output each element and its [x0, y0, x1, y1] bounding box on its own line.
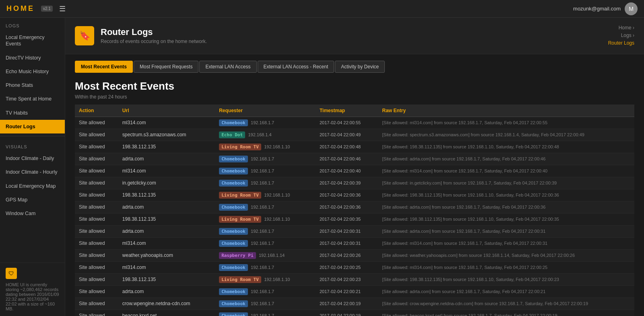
cell-raw: [Site allowed: weather.yahooapis.com] fr…: [378, 249, 634, 261]
cell-url: ml314.com: [118, 261, 215, 273]
cell-requester: Living Room TV 192.168.1.10: [215, 189, 316, 201]
tab-most-recent[interactable]: Most Recent Events: [75, 61, 133, 73]
cell-action: Site allowed: [75, 141, 118, 153]
cell-action: Site allowed: [75, 261, 118, 273]
app-version: v2.1: [41, 6, 53, 12]
device-badge: Echo Dot: [219, 131, 245, 138]
cell-url: ml314.com: [118, 237, 215, 249]
avatar: M: [625, 2, 638, 15]
table-row: Site allowed adrta.com Chomebook 192.168…: [75, 201, 634, 213]
cell-timestamp: 2017-02-04 22:00:23: [316, 273, 378, 285]
cell-timestamp: 2017-02-04 22:00:46: [316, 153, 378, 165]
device-badge: Living Room TV: [219, 192, 261, 199]
table-row: Site allowed 198.38.112.135 Living Room …: [75, 189, 634, 201]
cell-timestamp: 2017-02-04 22:00:21: [316, 285, 378, 298]
sidebar-item-local-emergency-map[interactable]: Local Emergency Map: [0, 179, 65, 193]
sidebar-item-indoor-climate-daily[interactable]: Indoor Climate - Daily: [0, 152, 65, 165]
topbar: HOME v2.1 ☰ mozunk@gmail.com M: [0, 0, 644, 18]
table-header-row: Action Url Requester Timestmap Raw Entry: [75, 105, 634, 117]
page-title: Router Logs: [101, 27, 207, 37]
sidebar-item-time-spent-at-home[interactable]: Time Spent at Home: [0, 92, 65, 106]
cell-raw: [Site allowed: 198.38.112.135] from sour…: [378, 189, 634, 201]
table-row: Site allowed adrta.com Chomebook 192.168…: [75, 225, 634, 237]
sidebar-item-window-cam[interactable]: Window Cam: [0, 207, 65, 220]
cell-action: Site allowed: [75, 249, 118, 261]
table-row: Site allowed 198.38.112.135 Living Room …: [75, 213, 634, 225]
cell-action: Site allowed: [75, 298, 118, 310]
sidebar-item-phone-stats[interactable]: Phone Stats: [0, 78, 65, 92]
cell-raw: [Site allowed: ml314.com] from source 19…: [378, 261, 634, 273]
table-row: Site allowed ml314.com Chomebook 192.168…: [75, 117, 634, 129]
table-row: Site allowed adrta.com Chomebook 192.168…: [75, 153, 634, 165]
cell-action: Site allowed: [75, 117, 118, 129]
cell-timestamp: 2017-02-04 22:00:31: [316, 225, 378, 237]
tab-external-lan[interactable]: External LAN Access: [199, 61, 256, 73]
ip-address: 192.168.1.7: [251, 168, 274, 173]
device-badge: Chomebook: [219, 204, 248, 211]
cell-url: weather.yahooapis.com: [118, 249, 215, 261]
cell-url: crow.wpengine.netdna-cdn.com: [118, 298, 215, 310]
cell-timestamp: 2017-02-04 22:00:40: [316, 165, 378, 177]
ip-address: 192.168.1.7: [251, 301, 274, 306]
ip-address: 192.168.1.7: [251, 181, 274, 185]
cell-raw: [Site allowed: ml314.com] from source 19…: [378, 117, 634, 129]
device-badge: Chomebook: [219, 180, 248, 187]
sidebar-item-tv-habits[interactable]: TV Habits: [0, 106, 65, 120]
cell-timestamp: 2017-02-04 22:00:31: [316, 237, 378, 249]
sidebar: Logs Local Emergency Events DirecTV Hist…: [0, 18, 65, 316]
cell-raw: [Site allowed: adrta.com] from source 19…: [378, 153, 634, 165]
device-badge: Chomebook: [219, 156, 248, 162]
cell-raw: [Site allowed: crow.wpengine.netdna-cdn.…: [378, 298, 634, 310]
sidebar-item-indoor-climate-hourly[interactable]: Indoor Climate - Hourly: [0, 165, 65, 179]
cell-url: beacon.krxd.net: [118, 310, 215, 316]
cell-url: spectrum.s3.amazonaws.com: [118, 129, 215, 141]
cell-raw: [Site allowed: adrta.com] from source 19…: [378, 285, 634, 298]
tab-activity-by-device[interactable]: Activity by Device: [335, 61, 385, 73]
device-badge: Chomebook: [219, 300, 248, 307]
device-badge: Living Room TV: [219, 144, 261, 150]
sidebar-item-gps-map[interactable]: GPS Map: [0, 193, 65, 207]
cell-url: ml314.com: [118, 165, 215, 177]
cell-timestamp: 2017-02-04 22:00:36: [316, 201, 378, 213]
table-row: Site allowed 198.38.112.135 Living Room …: [75, 141, 634, 153]
sidebar-item-router-logs[interactable]: Router Logs: [0, 120, 65, 133]
content-area: 🔖 Router Logs Records of events occuring…: [65, 18, 644, 316]
table-row: Site allowed adrta.com Chomebook 192.168…: [75, 285, 634, 298]
tab-external-lan-recent[interactable]: External LAN Access - Recent: [258, 61, 334, 73]
cell-requester: Chomebook 192.168.1.7: [215, 201, 316, 213]
router-logs-icon: 🔖: [75, 26, 94, 45]
breadcrumb-current: Router Logs: [608, 40, 634, 46]
cell-requester: Living Room TV 192.168.1.10: [215, 141, 316, 153]
cell-action: Site allowed: [75, 213, 118, 225]
sidebar-item-directv-history[interactable]: DirecTV History: [0, 51, 65, 65]
device-badge: Chomebook: [219, 288, 248, 295]
col-requester: Requester: [215, 105, 316, 117]
sidebar-item-local-emergency-events[interactable]: Local Emergency Events: [0, 31, 65, 51]
cell-url: ml314.com: [118, 117, 215, 129]
cell-action: Site allowed: [75, 201, 118, 213]
user-email: mozunk@gmail.com: [573, 6, 621, 12]
col-timestamp: Timestmap: [316, 105, 378, 117]
cell-requester: Chomebook 192.168.1.7: [215, 237, 316, 249]
cell-timestamp: 2017-02-04 22:00:49: [316, 129, 378, 141]
ip-address: 192.168.1.10: [264, 277, 290, 282]
tab-most-frequent[interactable]: Most Frequent Requests: [134, 61, 198, 73]
cell-requester: Chomebook 192.168.1.7: [215, 153, 316, 165]
app-logo: HOME: [6, 4, 35, 13]
device-badge: Chomebook: [219, 228, 248, 235]
sidebar-item-echo-music-history[interactable]: Echo Music History: [0, 65, 65, 78]
ip-address: 192.168.1.4: [248, 132, 271, 137]
cell-requester: Chomebook 192.168.1.7: [215, 310, 316, 316]
cell-requester: Chomebook 192.168.1.7: [215, 165, 316, 177]
col-url: Url: [118, 105, 215, 117]
cell-action: Site allowed: [75, 310, 118, 316]
cell-requester: Chomebook 192.168.1.7: [215, 298, 316, 310]
menu-toggle-button[interactable]: ☰: [59, 4, 66, 13]
storage-info-text: HOME UI is currently storing ~2,080,462 …: [6, 282, 59, 311]
table-row: Site allowed 198.38.112.135 Living Room …: [75, 273, 634, 285]
device-badge: Chomebook: [219, 264, 248, 271]
cell-url: 198.38.112.135: [118, 189, 215, 201]
cell-action: Site allowed: [75, 225, 118, 237]
ip-address: 192.168.1.7: [251, 156, 274, 161]
breadcrumb-logs: Logs: [621, 33, 632, 38]
